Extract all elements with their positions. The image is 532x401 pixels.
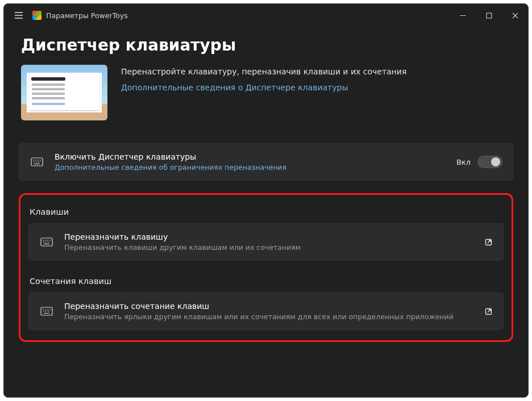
titlebar: Параметры PowerToys bbox=[4, 4, 528, 27]
page-title: Диспетчер клавиатуры bbox=[21, 36, 513, 55]
intro-row: Перенастройте клавиатуру, переназначив к… bbox=[19, 65, 513, 120]
content-area: Диспетчер клавиатуры Перенастройте клави… bbox=[4, 27, 528, 397]
section-shortcuts-header: Сочетания клавиш bbox=[30, 277, 504, 286]
enable-title: Включить Диспетчер клавиатуры bbox=[55, 152, 456, 161]
keyboard-icon bbox=[39, 307, 54, 316]
window-title: Параметры PowerToys bbox=[46, 11, 128, 20]
remap-key-subtitle: Переназначить клавиши другим клавишам ил… bbox=[64, 243, 484, 252]
intro-description: Перенастройте клавиатуру, переназначив к… bbox=[121, 67, 406, 76]
enable-limitations-link[interactable]: Дополнительные сведения об ограничениях … bbox=[55, 163, 456, 172]
app-icon bbox=[32, 11, 41, 20]
keyboard-icon bbox=[30, 157, 44, 166]
open-external-icon bbox=[484, 307, 493, 316]
remap-key-title: Переназначить клавишу bbox=[64, 232, 484, 241]
learn-more-link[interactable]: Дополнительные сведения о Диспетчере кла… bbox=[121, 83, 406, 92]
enable-keyboard-manager-card: Включить Диспетчер клавиатуры Дополнител… bbox=[19, 143, 513, 181]
remap-shortcut-subtitle: Переназначить ярлыки другим клавишам или… bbox=[64, 312, 484, 321]
svg-rect-4 bbox=[487, 13, 492, 18]
window-controls bbox=[450, 4, 528, 27]
nav-menu-button[interactable] bbox=[7, 4, 30, 27]
highlighted-sections: Клавиши Переназначить клавишу Переназнач… bbox=[19, 193, 513, 342]
remap-shortcut-title: Переназначить сочетание клавиш bbox=[64, 302, 484, 311]
app-window: Параметры PowerToys Диспетчер клавиатуры bbox=[3, 3, 529, 398]
close-button[interactable] bbox=[502, 4, 528, 27]
enable-toggle[interactable] bbox=[477, 156, 502, 168]
toggle-state-label: Вкл bbox=[456, 158, 471, 166]
open-external-icon bbox=[484, 238, 493, 247]
feature-thumbnail bbox=[21, 65, 107, 120]
keyboard-icon bbox=[39, 237, 54, 247]
section-keys-header: Клавиши bbox=[30, 207, 504, 216]
remap-key-card[interactable]: Переназначить клавишу Переназначить клав… bbox=[28, 223, 504, 261]
remap-shortcut-card[interactable]: Переназначить сочетание клавиш Переназна… bbox=[28, 293, 504, 330]
maximize-button[interactable] bbox=[476, 4, 502, 27]
minimize-button[interactable] bbox=[450, 4, 476, 27]
